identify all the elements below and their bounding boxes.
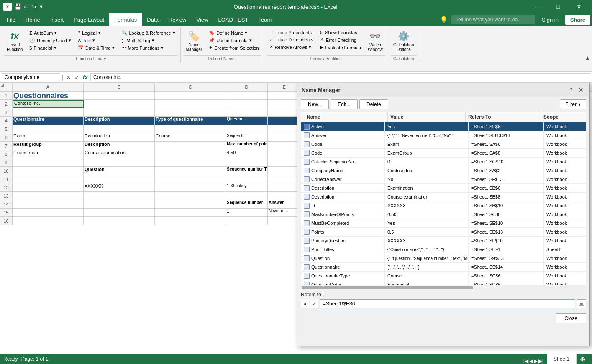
col-header-a[interactable]: A bbox=[13, 83, 84, 91]
show-formulas-button[interactable]: fx Show Formulas bbox=[318, 29, 364, 36]
cell-a13[interactable] bbox=[13, 192, 84, 200]
cell-a5[interactable] bbox=[13, 125, 84, 133]
list-item[interactable]: PrimaryQuestion XXXXXX =Sheet1!$F$10 Wor… bbox=[301, 237, 586, 245]
dialog-x-button[interactable]: ✕ bbox=[577, 86, 585, 94]
define-name-button[interactable]: 🔖 Define Name ▾ bbox=[206, 29, 261, 36]
list-item[interactable]: CollectionSequenceNu... 0 =Sheet1!$G$10 … bbox=[301, 158, 586, 166]
minimize-button[interactable]: ─ bbox=[528, 0, 547, 13]
cell-a1[interactable]: Questionnaires bbox=[13, 92, 84, 100]
row-header-8[interactable]: 8 bbox=[0, 150, 13, 158]
col-header-e[interactable]: E bbox=[268, 83, 301, 91]
refers-to-confirm-button[interactable]: ✓ bbox=[310, 300, 318, 308]
sheet-nav-right-1[interactable]: ▶| bbox=[538, 358, 543, 364]
sheet-nav-left[interactable]: ◀ bbox=[529, 358, 533, 364]
menu-review[interactable]: Review bbox=[164, 13, 192, 26]
cell-b11[interactable] bbox=[84, 175, 155, 183]
quick-access-redo[interactable]: ↪ bbox=[31, 3, 36, 10]
sheet-nav-right[interactable]: ▶ bbox=[534, 358, 538, 364]
cell-e1[interactable] bbox=[268, 92, 301, 100]
list-item[interactable]: QuestionnaireType Course =Sheet1!$C$6 Wo… bbox=[301, 272, 586, 280]
remove-arrows-dropdown[interactable]: ▾ bbox=[309, 44, 311, 50]
collapse-refers-button[interactable] bbox=[577, 299, 586, 308]
financial-dropdown[interactable]: ▾ bbox=[54, 45, 56, 51]
row-header-14[interactable]: 14 bbox=[0, 200, 13, 209]
use-dropdown[interactable]: ▾ bbox=[249, 38, 252, 43]
cell-d3[interactable] bbox=[226, 108, 268, 117]
row-header-4[interactable]: 4 bbox=[0, 117, 13, 125]
cell-b6[interactable]: Examination bbox=[84, 133, 155, 142]
cell-d6[interactable]: Sequenti... bbox=[226, 133, 268, 142]
error-checking-button[interactable]: ⚠ Error Checking bbox=[318, 36, 364, 43]
confirm-formula-button[interactable]: ✓ bbox=[74, 74, 80, 81]
date-time-button[interactable]: 📅 Date & Time ▾ bbox=[75, 44, 118, 51]
share-button[interactable]: Share bbox=[565, 15, 590, 25]
insert-function-formula-button[interactable]: fx bbox=[82, 74, 89, 81]
trace-precedents-button[interactable]: → Trace Precedents bbox=[267, 29, 316, 36]
lookup-dropdown[interactable]: ▾ bbox=[173, 30, 175, 36]
list-item[interactable]: Answer {";","1","Never required","0.5","… bbox=[301, 131, 586, 140]
cell-d16[interactable] bbox=[226, 217, 268, 225]
cell-a11[interactable] bbox=[13, 175, 84, 183]
cell-d14[interactable]: Sequence number bbox=[226, 200, 268, 209]
cell-d12[interactable]: 1 Should y... bbox=[226, 183, 268, 192]
row-header-7[interactable]: 7 bbox=[0, 142, 13, 150]
financial-button[interactable]: $ Financial ▾ bbox=[27, 44, 74, 51]
row-header-1[interactable]: 1 bbox=[0, 92, 13, 100]
nm-hscroll-thumb[interactable] bbox=[302, 286, 473, 289]
cell-a7[interactable]: Result group bbox=[13, 142, 84, 150]
list-item[interactable]: Print_Titles {"Questionnaires","...","..… bbox=[301, 245, 586, 254]
lookup-reference-button[interactable]: 🔍 Lookup & Reference ▾ bbox=[119, 29, 177, 36]
date-time-dropdown[interactable]: ▾ bbox=[112, 45, 115, 51]
list-item[interactable]: Questionnaire {"...","...","...","..."} … bbox=[301, 263, 586, 272]
row-header-11[interactable]: 11 bbox=[0, 175, 13, 183]
row-header-2[interactable]: 2 bbox=[0, 100, 13, 108]
text-dropdown[interactable]: ▾ bbox=[92, 38, 95, 43]
cell-e9[interactable] bbox=[268, 158, 301, 167]
col-header-c[interactable]: C bbox=[155, 83, 226, 91]
recently-used-button[interactable]: 🕐 Recently Used ▾ bbox=[27, 37, 74, 44]
cell-b12[interactable]: XXXXXX bbox=[84, 183, 155, 192]
list-item[interactable]: Id XXXXXX =Sheet1!$B$10 Workbook bbox=[301, 201, 586, 210]
list-item[interactable]: MustBeCompleted Yes =Sheet1!$E$10 Workbo… bbox=[301, 219, 586, 228]
cell-c2[interactable] bbox=[155, 100, 226, 108]
cell-c11[interactable] bbox=[155, 175, 226, 183]
add-sheet-button[interactable]: ⊕ bbox=[577, 354, 589, 364]
watch-window-button[interactable]: 👓 WatchWindow bbox=[365, 29, 385, 53]
list-item[interactable]: Points 0.5 =Sheet1!$E$13 Workbook bbox=[301, 228, 586, 237]
logical-button[interactable]: ? Logical ▾ bbox=[75, 29, 118, 36]
remove-arrows-button[interactable]: ✕ Remove Arrows ▾ bbox=[267, 43, 316, 51]
cell-b3[interactable] bbox=[84, 108, 155, 117]
quick-access-undo[interactable]: ↩ bbox=[24, 3, 29, 10]
cell-e12[interactable] bbox=[268, 183, 301, 192]
refers-to-cancel-button[interactable]: ✕ bbox=[301, 300, 309, 308]
edit-button[interactable]: Edit... bbox=[331, 99, 358, 109]
autosum-button[interactable]: Σ AutoSum ▾ bbox=[27, 29, 74, 36]
menu-formulas[interactable]: Formulas bbox=[109, 13, 142, 26]
sheet-nav-left-1[interactable]: |◀ bbox=[523, 358, 528, 364]
sign-in-button[interactable]: Sign in bbox=[538, 17, 562, 23]
name-manager-button[interactable]: 🏷️ NameManager bbox=[183, 29, 205, 53]
cell-c12[interactable] bbox=[155, 183, 226, 192]
cell-d4[interactable]: Questio... bbox=[226, 117, 268, 125]
cell-c7[interactable] bbox=[155, 142, 226, 150]
cell-d8[interactable]: 4.50 bbox=[226, 150, 268, 158]
cell-c3[interactable] bbox=[155, 108, 226, 117]
corner-select-all[interactable] bbox=[0, 83, 13, 91]
cell-c4[interactable]: Type of questionnaire bbox=[155, 117, 226, 125]
cell-b8[interactable]: Course examination bbox=[84, 150, 155, 158]
cell-d7[interactable]: Max. number of points bbox=[226, 142, 268, 150]
cell-c5[interactable] bbox=[155, 125, 226, 133]
list-item[interactable]: Code Exam =Sheet1!$A$6 Workbook bbox=[301, 140, 586, 149]
list-item[interactable]: Code_ ExamGroup =Sheet1!$A$8 Workbook bbox=[301, 149, 586, 158]
row-header-16[interactable]: 16 bbox=[0, 217, 13, 225]
cell-d15[interactable]: 1 bbox=[226, 209, 268, 217]
cell-c9[interactable] bbox=[155, 158, 226, 167]
menu-home[interactable]: Home bbox=[21, 13, 45, 26]
cell-b4[interactable]: Description bbox=[84, 117, 155, 125]
evaluate-formula-button[interactable]: ▶ Evaluate Formula bbox=[318, 44, 364, 51]
row-header-13[interactable]: 13 bbox=[0, 192, 13, 200]
cell-d5[interactable] bbox=[226, 125, 268, 133]
list-item[interactable]: Description_ Course examination =Sheet1!… bbox=[301, 193, 586, 201]
row-header-9[interactable]: 9 bbox=[0, 158, 13, 167]
cell-d10[interactable]: Sequence number Text bbox=[226, 167, 268, 175]
